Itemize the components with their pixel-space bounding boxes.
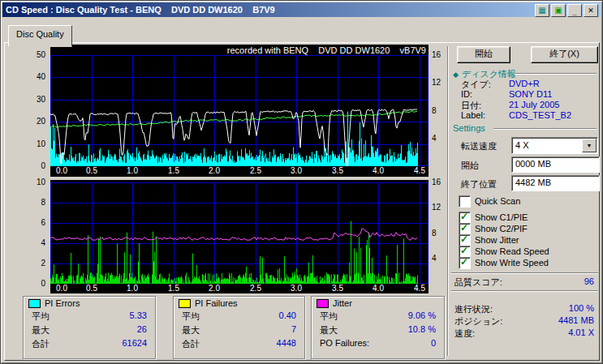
axis-tick-label: 10 [28, 140, 45, 148]
show-c1-pie-label: Show C1/PIE [475, 212, 528, 222]
titlebar: CD Speed : Disc Quality Test - BENQ DVD … [2, 2, 601, 17]
axis-tick-label: 2.5 [245, 285, 266, 293]
jitter-maximum-row: 最大10.8 % [320, 324, 436, 335]
progress-label: 進行状況: [454, 303, 493, 315]
quality-score-label: 品質スコア: [454, 276, 502, 289]
top-chart-canvas [50, 55, 429, 166]
axis-tick-label: 2.0 [204, 285, 225, 293]
show-c2-pif-label: Show C2/PIF [475, 224, 528, 233]
axis-tick-label: 0 [28, 162, 45, 170]
quality-score-row: 品質スコア: 96 [454, 276, 594, 289]
stat-value: 4448 [277, 338, 296, 349]
info-label: Label: [461, 110, 485, 120]
axis-tick-label: 0.0 [51, 167, 72, 175]
axis-tick-label: 3.0 [286, 167, 307, 175]
axis-tick-label: 3.5 [327, 285, 348, 293]
show-jitter-label: Show Jitter [475, 235, 519, 245]
pi-failures-total-row: 合計4448 [182, 338, 296, 349]
axis-tick-label: 0 [28, 280, 45, 288]
start-button[interactable]: 開始 [457, 46, 510, 63]
stat-label: PO Failures: [320, 338, 369, 349]
position-label: ポジション: [454, 315, 502, 328]
axis-tick-label: 30 [28, 96, 45, 104]
close-button[interactable]: ✕ [584, 4, 598, 17]
axis-tick-label: 1.0 [122, 285, 143, 293]
window-title: CD Speed : Disc Quality Test - BENQ DVD … [2, 5, 275, 15]
axis-tick-label: 4.5 [409, 285, 430, 293]
jitter-average-row: 平均9.06 % [320, 310, 436, 321]
checkbox-show-read-speed[interactable]: Show Read Speed [459, 246, 549, 257]
bottom-chart-canvas [50, 182, 429, 284]
axis-tick-label: 0.0 [51, 285, 72, 293]
pi-failures-average-row: 平均0.40 [182, 310, 296, 321]
start-position-input[interactable]: 0000 MB [511, 156, 600, 173]
titlebar-save-icon-button[interactable]: ▣ [551, 4, 566, 17]
axis-tick-label: 0.5 [81, 167, 102, 175]
position-row: ポジション: 4481 MB [454, 315, 594, 328]
stat-value: 7 [291, 324, 296, 335]
end-position-input[interactable]: 4482 MB [511, 175, 600, 191]
jitter-title: Jitter [333, 298, 352, 308]
progress-value: 100 % [569, 303, 594, 315]
info-label: 日付: [461, 101, 481, 110]
titlebar-buttons: ▦ ▣ _ ✕ [535, 4, 598, 17]
stat-label: 平均 [320, 310, 338, 321]
info-value: SONY D11 [509, 89, 552, 99]
chart-icon: ▦ [538, 6, 545, 15]
pi-failures-legend-box: PI Failures 平均0.40 最大7 合計4448 [173, 296, 305, 359]
divider [451, 272, 598, 274]
pi-errors-maximum-row: 最大26 [32, 324, 147, 335]
exit-button[interactable]: 終了(X) [531, 46, 598, 63]
stat-label: 平均 [32, 310, 50, 321]
checkbox-show-c1-pie[interactable]: Show C1/PIE [459, 212, 528, 223]
tab-disc-quality[interactable]: Disc Quality [8, 25, 72, 47]
show-write-speed-label: Show Write Speed [475, 258, 549, 268]
minimize-button[interactable]: _ [567, 4, 582, 17]
stat-value: 61624 [122, 338, 147, 349]
disc-date-row: 日付:21 July 2005 [461, 100, 597, 109]
info-value: 21 July 2005 [509, 100, 559, 109]
stat-value: 0 [431, 338, 436, 349]
speed-row: 速度: 4.01 X [454, 328, 594, 340]
axis-tick-label: 0.5 [81, 285, 102, 293]
axis-tick-label: 6 [28, 219, 45, 227]
save-icon: ▣ [554, 6, 562, 15]
axis-tick-label: 40 [28, 73, 45, 81]
axis-tick-label: 4 [28, 239, 45, 247]
transfer-rate-select[interactable]: 4 X ▼ [511, 137, 598, 154]
checkbox-show-write-speed[interactable]: Show Write Speed [459, 257, 549, 268]
top-chart-panel: recorded with BENQ DVD DD DW1620 vB7V9 [50, 45, 429, 177]
axis-tick-label: 8 [28, 199, 45, 207]
disc-label-row: Label:CDS_TEST_B2 [461, 110, 597, 120]
info-value: CDS_TEST_B2 [509, 110, 571, 120]
dropdown-button[interactable]: ▼ [582, 139, 597, 152]
axis-tick-label: 10 [28, 178, 45, 186]
chevron-down-icon: ▼ [587, 143, 592, 148]
stat-value: 0.40 [279, 310, 296, 321]
axis-tick-label: 1.0 [122, 167, 143, 175]
titlebar-chart-icon-button[interactable]: ▦ [535, 4, 549, 17]
info-label: タイプ: [461, 79, 491, 89]
stat-label: 合計 [32, 338, 50, 349]
checkbox-quick-scan[interactable]: Quick Scan [459, 195, 520, 207]
quick-scan-label: Quick Scan [475, 196, 520, 206]
disc-type-row: タイプ:DVD+R [461, 79, 597, 88]
po-failures-row: PO Failures:0 [320, 338, 436, 349]
show-write-speed-checkbox[interactable] [459, 257, 471, 269]
stat-value: 26 [137, 324, 147, 335]
minimize-icon: _ [572, 9, 576, 16]
settings-header: Settings [453, 123, 485, 133]
jitter-swatch [317, 299, 329, 308]
quick-scan-checkbox[interactable] [459, 195, 471, 208]
stat-label: 平均 [182, 310, 200, 321]
axis-tick-label: 4.0 [368, 285, 389, 293]
axis-tick-label: 4.5 [409, 167, 430, 175]
axis-tick-label: 20 [28, 118, 45, 126]
info-label: ID: [461, 89, 472, 99]
quality-score-value: 96 [584, 276, 594, 289]
axis-tick-label: 2.5 [245, 167, 266, 175]
pi-failures-swatch [179, 299, 191, 308]
pi-failures-title: PI Failures [195, 298, 238, 308]
checkbox-show-c2-pif[interactable]: Show C2/PIF [459, 223, 528, 234]
stat-label: 最大 [32, 324, 50, 335]
